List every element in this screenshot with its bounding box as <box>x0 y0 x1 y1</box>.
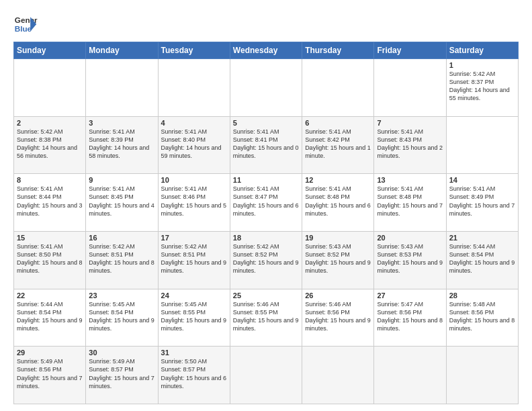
cell-info: Sunrise: 5:41 AMSunset: 8:39 PMDaylight:… <box>89 128 149 159</box>
day-cell-25: 25Sunrise: 5:46 AMSunset: 8:55 PMDayligh… <box>230 289 302 347</box>
week-row-0: 1Sunrise: 5:42 AMSunset: 8:37 PMDaylight… <box>14 59 519 117</box>
day-cell-30: 30Sunrise: 5:49 AMSunset: 8:57 PMDayligh… <box>86 347 158 404</box>
cell-info: Sunrise: 5:48 AMSunset: 8:56 PMDaylight:… <box>449 301 515 332</box>
empty-cell <box>302 347 374 404</box>
cell-info: Sunrise: 5:44 AMSunset: 8:54 PMDaylight:… <box>449 243 515 274</box>
day-cell-18: 18Sunrise: 5:42 AMSunset: 8:52 PMDayligh… <box>230 231 302 289</box>
cell-info: Sunrise: 5:46 AMSunset: 8:55 PMDaylight:… <box>233 301 299 332</box>
cell-info: Sunrise: 5:46 AMSunset: 8:56 PMDaylight:… <box>305 301 371 332</box>
day-cell-14: 14Sunrise: 5:41 AMSunset: 8:49 PMDayligh… <box>446 174 518 232</box>
day-number: 3 <box>89 119 154 127</box>
calendar-table: SundayMondayTuesdayWednesdayThursdayFrid… <box>13 42 519 404</box>
day-cell-10: 10Sunrise: 5:41 AMSunset: 8:46 PMDayligh… <box>158 174 230 232</box>
header: General Blue <box>13 12 519 36</box>
cell-info: Sunrise: 5:42 AMSunset: 8:52 PMDaylight:… <box>233 243 299 274</box>
day-cell-23: 23Sunrise: 5:45 AMSunset: 8:54 PMDayligh… <box>86 289 158 347</box>
day-cell-24: 24Sunrise: 5:45 AMSunset: 8:55 PMDayligh… <box>158 289 230 347</box>
logo-icon: General Blue <box>13 12 38 36</box>
day-number: 31 <box>161 349 227 357</box>
day-cell-31: 31Sunrise: 5:50 AMSunset: 8:57 PMDayligh… <box>158 347 230 404</box>
day-number: 29 <box>17 349 83 357</box>
week-row-4: 22Sunrise: 5:44 AMSunset: 8:54 PMDayligh… <box>14 289 519 347</box>
day-cell-17: 17Sunrise: 5:42 AMSunset: 8:51 PMDayligh… <box>158 231 230 289</box>
day-cell-15: 15Sunrise: 5:41 AMSunset: 8:50 PMDayligh… <box>14 231 86 289</box>
cell-info: Sunrise: 5:41 AMSunset: 8:41 PMDaylight:… <box>233 128 299 159</box>
day-number: 7 <box>377 119 443 127</box>
empty-cell <box>446 347 518 404</box>
day-cell-4: 4Sunrise: 5:41 AMSunset: 8:40 PMDaylight… <box>158 116 230 174</box>
col-header-saturday: Saturday <box>446 42 518 59</box>
empty-cell <box>230 59 302 117</box>
week-row-1: 2Sunrise: 5:42 AMSunset: 8:38 PMDaylight… <box>14 116 519 174</box>
day-number: 21 <box>449 234 515 242</box>
day-number: 17 <box>161 234 227 242</box>
cell-info: Sunrise: 5:47 AMSunset: 8:56 PMDaylight:… <box>377 301 443 332</box>
day-cell-9: 9Sunrise: 5:41 AMSunset: 8:45 PMDaylight… <box>86 174 158 232</box>
day-number: 4 <box>161 119 227 127</box>
week-row-3: 15Sunrise: 5:41 AMSunset: 8:50 PMDayligh… <box>14 231 519 289</box>
day-number: 22 <box>17 291 83 300</box>
cell-info: Sunrise: 5:45 AMSunset: 8:55 PMDaylight:… <box>161 301 227 332</box>
page: General Blue SundayMondayTuesdayWednesda… <box>0 0 532 411</box>
day-cell-11: 11Sunrise: 5:41 AMSunset: 8:47 PMDayligh… <box>230 174 302 232</box>
svg-text:Blue: Blue <box>15 24 32 33</box>
col-header-tuesday: Tuesday <box>158 42 230 59</box>
day-number: 15 <box>17 234 83 242</box>
day-cell-6: 6Sunrise: 5:41 AMSunset: 8:42 PMDaylight… <box>302 116 374 174</box>
day-number: 27 <box>377 291 443 300</box>
cell-info: Sunrise: 5:49 AMSunset: 8:56 PMDaylight:… <box>17 358 83 389</box>
day-number: 2 <box>17 119 83 127</box>
day-number: 19 <box>305 234 371 242</box>
cell-info: Sunrise: 5:43 AMSunset: 8:52 PMDaylight:… <box>305 243 371 274</box>
cell-info: Sunrise: 5:42 AMSunset: 8:51 PMDaylight:… <box>89 243 154 274</box>
week-row-5: 29Sunrise: 5:49 AMSunset: 8:56 PMDayligh… <box>14 347 519 404</box>
day-cell-29: 29Sunrise: 5:49 AMSunset: 8:56 PMDayligh… <box>14 347 86 404</box>
empty-cell <box>374 59 446 117</box>
day-cell-21: 21Sunrise: 5:44 AMSunset: 8:54 PMDayligh… <box>446 231 518 289</box>
day-cell-12: 12Sunrise: 5:41 AMSunset: 8:48 PMDayligh… <box>302 174 374 232</box>
empty-cell <box>86 59 158 117</box>
day-number: 16 <box>89 234 154 242</box>
day-number: 13 <box>377 176 443 184</box>
cell-info: Sunrise: 5:42 AMSunset: 8:38 PMDaylight:… <box>17 128 77 159</box>
day-number: 9 <box>89 176 154 184</box>
day-cell-1: 1Sunrise: 5:42 AMSunset: 8:37 PMDaylight… <box>446 59 518 117</box>
day-number: 28 <box>449 291 515 300</box>
day-cell-26: 26Sunrise: 5:46 AMSunset: 8:56 PMDayligh… <box>302 289 374 347</box>
cell-info: Sunrise: 5:49 AMSunset: 8:57 PMDaylight:… <box>89 358 154 389</box>
day-cell-19: 19Sunrise: 5:43 AMSunset: 8:52 PMDayligh… <box>302 231 374 289</box>
day-number: 30 <box>89 349 154 357</box>
day-cell-28: 28Sunrise: 5:48 AMSunset: 8:56 PMDayligh… <box>446 289 518 347</box>
empty-cell <box>302 59 374 117</box>
day-number: 1 <box>449 61 515 69</box>
col-header-friday: Friday <box>374 42 446 59</box>
cell-info: Sunrise: 5:41 AMSunset: 8:42 PMDaylight:… <box>305 128 371 159</box>
cell-info: Sunrise: 5:41 AMSunset: 8:40 PMDaylight:… <box>161 128 222 159</box>
day-cell-27: 27Sunrise: 5:47 AMSunset: 8:56 PMDayligh… <box>374 289 446 347</box>
day-number: 20 <box>377 234 443 242</box>
day-cell-20: 20Sunrise: 5:43 AMSunset: 8:53 PMDayligh… <box>374 231 446 289</box>
day-cell-7: 7Sunrise: 5:41 AMSunset: 8:43 PMDaylight… <box>374 116 446 174</box>
day-cell-3: 3Sunrise: 5:41 AMSunset: 8:39 PMDaylight… <box>86 116 158 174</box>
empty-cell <box>230 347 302 404</box>
day-cell-22: 22Sunrise: 5:44 AMSunset: 8:54 PMDayligh… <box>14 289 86 347</box>
day-cell-16: 16Sunrise: 5:42 AMSunset: 8:51 PMDayligh… <box>86 231 158 289</box>
col-header-sunday: Sunday <box>14 42 86 59</box>
empty-cell <box>374 347 446 404</box>
col-header-thursday: Thursday <box>302 42 374 59</box>
day-number: 5 <box>233 119 299 127</box>
cell-info: Sunrise: 5:42 AMSunset: 8:37 PMDaylight:… <box>449 71 510 101</box>
day-number: 12 <box>305 176 371 184</box>
day-number: 26 <box>305 291 371 300</box>
cell-info: Sunrise: 5:41 AMSunset: 8:43 PMDaylight:… <box>377 128 443 159</box>
cell-info: Sunrise: 5:41 AMSunset: 8:46 PMDaylight:… <box>161 185 227 216</box>
day-number: 10 <box>161 176 227 184</box>
day-number: 18 <box>233 234 299 242</box>
day-cell-8: 8Sunrise: 5:41 AMSunset: 8:44 PMDaylight… <box>14 174 86 232</box>
cell-info: Sunrise: 5:41 AMSunset: 8:48 PMDaylight:… <box>377 185 443 216</box>
cell-info: Sunrise: 5:41 AMSunset: 8:47 PMDaylight:… <box>233 185 299 216</box>
cell-info: Sunrise: 5:41 AMSunset: 8:49 PMDaylight:… <box>449 185 515 216</box>
col-header-wednesday: Wednesday <box>230 42 302 59</box>
cell-info: Sunrise: 5:44 AMSunset: 8:54 PMDaylight:… <box>17 301 83 332</box>
day-number: 25 <box>233 291 299 300</box>
